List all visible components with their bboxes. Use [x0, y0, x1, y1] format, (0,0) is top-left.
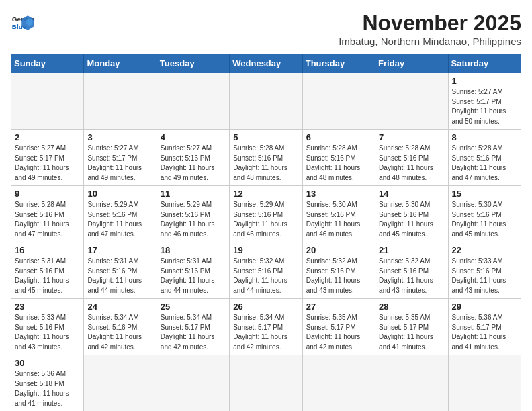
day-number: 21 [379, 245, 444, 255]
day-number: 10 [87, 189, 152, 199]
calendar-week-row: 2Sunrise: 5:27 AM Sunset: 5:17 PM Daylig… [11, 130, 521, 186]
day-header-monday: Monday [84, 54, 157, 73]
day-number: 4 [161, 132, 226, 142]
calendar-cell: 26Sunrise: 5:34 AM Sunset: 5:17 PM Dayli… [230, 299, 302, 355]
cell-sun-info: Sunrise: 5:28 AM Sunset: 5:16 PM Dayligh… [306, 144, 371, 183]
calendar-cell [84, 355, 157, 412]
cell-sun-info: Sunrise: 5:28 AM Sunset: 5:16 PM Dayligh… [233, 144, 298, 183]
day-number: 20 [306, 245, 371, 255]
calendar-cell: 28Sunrise: 5:35 AM Sunset: 5:17 PM Dayli… [375, 299, 448, 355]
calendar-cell [302, 355, 375, 412]
calendar-cell: 5Sunrise: 5:28 AM Sunset: 5:16 PM Daylig… [230, 130, 302, 186]
logo-icon: General Blue [11, 11, 35, 35]
calendar-cell: 22Sunrise: 5:33 AM Sunset: 5:16 PM Dayli… [448, 242, 521, 299]
calendar-cell: 14Sunrise: 5:30 AM Sunset: 5:16 PM Dayli… [375, 186, 448, 242]
calendar-cell: 19Sunrise: 5:32 AM Sunset: 5:16 PM Dayli… [230, 242, 302, 299]
cell-sun-info: Sunrise: 5:31 AM Sunset: 5:16 PM Dayligh… [15, 257, 80, 295]
day-number: 3 [87, 132, 152, 142]
calendar-week-row: 30Sunrise: 5:36 AM Sunset: 5:18 PM Dayli… [11, 355, 521, 412]
cell-sun-info: Sunrise: 5:32 AM Sunset: 5:16 PM Dayligh… [306, 257, 371, 295]
day-number: 8 [452, 132, 517, 142]
cell-sun-info: Sunrise: 5:31 AM Sunset: 5:16 PM Dayligh… [87, 257, 152, 295]
calendar-cell [375, 73, 448, 130]
day-header-friday: Friday [375, 54, 448, 73]
calendar-week-row: 16Sunrise: 5:31 AM Sunset: 5:16 PM Dayli… [11, 242, 521, 299]
calendar-cell: 9Sunrise: 5:28 AM Sunset: 5:16 PM Daylig… [11, 186, 84, 242]
cell-sun-info: Sunrise: 5:28 AM Sunset: 5:16 PM Dayligh… [15, 200, 80, 239]
calendar-cell: 18Sunrise: 5:31 AM Sunset: 5:16 PM Dayli… [157, 242, 229, 299]
day-number: 30 [15, 358, 80, 368]
day-number: 5 [233, 132, 298, 142]
cell-sun-info: Sunrise: 5:29 AM Sunset: 5:16 PM Dayligh… [233, 200, 298, 239]
page-header: General Blue November 2025 Imbatug, Nort… [11, 11, 521, 47]
day-number: 26 [233, 302, 298, 312]
cell-sun-info: Sunrise: 5:34 AM Sunset: 5:17 PM Dayligh… [161, 313, 226, 352]
calendar-cell: 21Sunrise: 5:32 AM Sunset: 5:16 PM Dayli… [375, 242, 448, 299]
cell-sun-info: Sunrise: 5:34 AM Sunset: 5:17 PM Dayligh… [233, 313, 298, 352]
cell-sun-info: Sunrise: 5:36 AM Sunset: 5:17 PM Dayligh… [452, 313, 517, 352]
cell-sun-info: Sunrise: 5:29 AM Sunset: 5:16 PM Dayligh… [87, 200, 152, 239]
cell-sun-info: Sunrise: 5:27 AM Sunset: 5:16 PM Dayligh… [161, 144, 226, 183]
calendar-cell: 20Sunrise: 5:32 AM Sunset: 5:16 PM Dayli… [302, 242, 375, 299]
cell-sun-info: Sunrise: 5:32 AM Sunset: 5:16 PM Dayligh… [379, 257, 444, 295]
month-year-title: November 2025 [339, 11, 521, 36]
calendar-cell [448, 355, 521, 412]
calendar-cell [84, 73, 157, 130]
cell-sun-info: Sunrise: 5:28 AM Sunset: 5:16 PM Dayligh… [379, 144, 444, 183]
cell-sun-info: Sunrise: 5:34 AM Sunset: 5:16 PM Dayligh… [87, 313, 152, 352]
calendar-cell: 2Sunrise: 5:27 AM Sunset: 5:17 PM Daylig… [11, 130, 84, 186]
calendar-cell: 6Sunrise: 5:28 AM Sunset: 5:16 PM Daylig… [302, 130, 375, 186]
day-number: 19 [233, 245, 298, 255]
day-number: 25 [161, 302, 226, 312]
cell-sun-info: Sunrise: 5:31 AM Sunset: 5:16 PM Dayligh… [161, 257, 226, 295]
calendar-cell: 29Sunrise: 5:36 AM Sunset: 5:17 PM Dayli… [448, 299, 521, 355]
cell-sun-info: Sunrise: 5:27 AM Sunset: 5:17 PM Dayligh… [15, 144, 80, 183]
calendar-cell [302, 73, 375, 130]
title-section: November 2025 Imbatug, Northern Mindanao… [339, 11, 521, 47]
day-number: 23 [15, 302, 80, 312]
day-number: 13 [306, 189, 371, 199]
day-number: 27 [306, 302, 371, 312]
logo: General Blue [11, 11, 35, 35]
calendar-cell: 24Sunrise: 5:34 AM Sunset: 5:16 PM Dayli… [84, 299, 157, 355]
calendar-cell: 10Sunrise: 5:29 AM Sunset: 5:16 PM Dayli… [84, 186, 157, 242]
calendar-cell [157, 73, 229, 130]
day-header-wednesday: Wednesday [230, 54, 302, 73]
calendar-week-row: 1Sunrise: 5:27 AM Sunset: 5:17 PM Daylig… [11, 73, 521, 130]
cell-sun-info: Sunrise: 5:35 AM Sunset: 5:17 PM Dayligh… [379, 313, 444, 352]
cell-sun-info: Sunrise: 5:27 AM Sunset: 5:17 PM Dayligh… [87, 144, 152, 183]
calendar-cell: 25Sunrise: 5:34 AM Sunset: 5:17 PM Dayli… [157, 299, 229, 355]
calendar-cell [157, 355, 229, 412]
day-number: 12 [233, 189, 298, 199]
day-header-sunday: Sunday [11, 54, 84, 73]
calendar-cell: 12Sunrise: 5:29 AM Sunset: 5:16 PM Dayli… [230, 186, 302, 242]
calendar-cell: 4Sunrise: 5:27 AM Sunset: 5:16 PM Daylig… [157, 130, 229, 186]
calendar-cell: 27Sunrise: 5:35 AM Sunset: 5:17 PM Dayli… [302, 299, 375, 355]
calendar-cell [11, 73, 84, 130]
day-header-tuesday: Tuesday [157, 54, 229, 73]
day-number: 18 [161, 245, 226, 255]
calendar-cell: 30Sunrise: 5:36 AM Sunset: 5:18 PM Dayli… [11, 355, 84, 412]
day-number: 6 [306, 132, 371, 142]
calendar-week-row: 9Sunrise: 5:28 AM Sunset: 5:16 PM Daylig… [11, 186, 521, 242]
day-header-thursday: Thursday [302, 54, 375, 73]
calendar-header-row: SundayMondayTuesdayWednesdayThursdayFrid… [11, 54, 521, 73]
cell-sun-info: Sunrise: 5:36 AM Sunset: 5:18 PM Dayligh… [15, 369, 80, 408]
calendar-cell: 17Sunrise: 5:31 AM Sunset: 5:16 PM Dayli… [84, 242, 157, 299]
day-number: 17 [87, 245, 152, 255]
calendar-cell: 3Sunrise: 5:27 AM Sunset: 5:17 PM Daylig… [84, 130, 157, 186]
cell-sun-info: Sunrise: 5:30 AM Sunset: 5:16 PM Dayligh… [379, 200, 444, 239]
day-number: 15 [452, 189, 517, 199]
calendar-cell: 7Sunrise: 5:28 AM Sunset: 5:16 PM Daylig… [375, 130, 448, 186]
calendar-cell: 13Sunrise: 5:30 AM Sunset: 5:16 PM Dayli… [302, 186, 375, 242]
day-number: 28 [379, 302, 444, 312]
day-number: 1 [452, 76, 517, 86]
cell-sun-info: Sunrise: 5:33 AM Sunset: 5:16 PM Dayligh… [15, 313, 80, 352]
day-number: 29 [452, 302, 517, 312]
calendar-cell [230, 73, 302, 130]
day-number: 7 [379, 132, 444, 142]
calendar-cell: 23Sunrise: 5:33 AM Sunset: 5:16 PM Dayli… [11, 299, 84, 355]
calendar-cell: 8Sunrise: 5:28 AM Sunset: 5:16 PM Daylig… [448, 130, 521, 186]
calendar-cell [375, 355, 448, 412]
calendar-cell: 11Sunrise: 5:29 AM Sunset: 5:16 PM Dayli… [157, 186, 229, 242]
